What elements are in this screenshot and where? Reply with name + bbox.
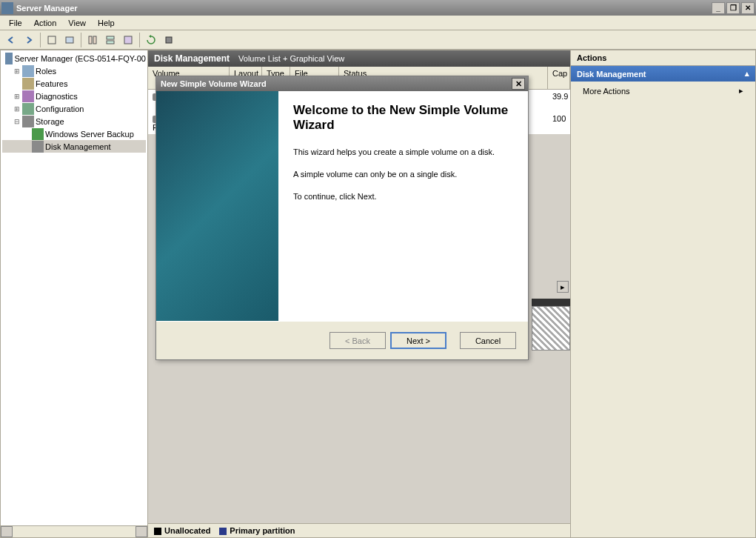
back-button[interactable] — [3, 32, 19, 48]
window-titlebar: Server Manager _ ❐ ✕ — [0, 0, 756, 16]
scroll-right-icon[interactable] — [136, 526, 147, 537]
legend: Unallocated Primary partition — [148, 523, 570, 537]
tree-diagnostics-label: Diagnostics — [36, 92, 78, 101]
svg-rect-3 — [93, 36, 96, 44]
tree-root[interactable]: Server Manager (ECS-0514-FQY-00 — [2, 52, 146, 64]
dm-header: Disk Management Volume List + Graphical … — [148, 50, 570, 67]
maximize-button[interactable]: ❐ — [726, 2, 740, 14]
window-title: Server Manager — [16, 4, 710, 13]
refresh-button[interactable] — [143, 32, 159, 48]
wizard-titlebar[interactable]: New Simple Volume Wizard ✕ — [156, 76, 528, 91]
tree-storage-label: Storage — [36, 117, 64, 126]
legend-unalloc: Unallocated — [164, 526, 210, 535]
tree-storage[interactable]: ⊟ Storage — [2, 115, 146, 127]
configuration-icon — [22, 103, 34, 115]
disk-graphical[interactable] — [532, 299, 570, 351]
svg-rect-2 — [89, 36, 92, 44]
toolbar-btn-5[interactable] — [120, 32, 136, 48]
actions-header: Actions — [571, 50, 755, 66]
expand-icon[interactable]: ⊞ — [13, 67, 21, 75]
tree-configuration-label: Configuration — [36, 104, 84, 113]
svg-rect-4 — [107, 36, 114, 39]
tree-roles[interactable]: ⊞ Roles — [2, 64, 146, 77]
col-cap[interactable]: Cap — [548, 67, 570, 89]
menu-view[interactable]: View — [62, 17, 92, 29]
legend-swatch-primary — [219, 528, 227, 535]
toolbar-btn-7[interactable] — [161, 32, 177, 48]
scroll-right-button[interactable]: ▸ — [557, 281, 569, 293]
menu-file[interactable]: File — [3, 17, 28, 29]
close-button[interactable]: ✕ — [741, 2, 755, 14]
menu-action[interactable]: Action — [28, 17, 63, 29]
dm-subtitle: Volume List + Graphical View — [238, 54, 344, 63]
dm-title: Disk Management — [154, 53, 230, 64]
wizard-heading: Welcome to the New Simple Volume Wizard — [293, 103, 513, 133]
wizard-title: New Simple Volume Wizard — [159, 79, 512, 88]
wizard-cancel-button[interactable]: Cancel — [460, 332, 516, 349]
wizard-footer: < Back Next > Cancel — [156, 321, 528, 359]
chevron-up-icon: ▴ — [745, 69, 749, 79]
diagnostics-icon — [22, 90, 34, 102]
backup-icon — [32, 128, 44, 140]
minimize-button[interactable]: _ — [712, 2, 725, 14]
tree-diskmgmt-label: Disk Management — [45, 142, 111, 151]
tree-features-label: Features — [36, 79, 67, 88]
wizard-p1: This wizard helps you create a simple vo… — [293, 147, 513, 156]
tree-features[interactable]: Features — [2, 77, 146, 90]
wizard-p3: To continue, click Next. — [293, 192, 513, 201]
features-icon — [22, 78, 34, 90]
action-more-label: More Actions — [583, 87, 630, 96]
toolbar-btn-2[interactable] — [61, 32, 78, 48]
tree-backup-label: Windows Server Backup — [45, 130, 134, 139]
forward-button[interactable] — [21, 32, 37, 48]
menu-bar: File Action View Help — [0, 16, 756, 30]
svg-rect-6 — [124, 36, 132, 44]
wizard-sidebar-image — [156, 91, 278, 321]
expand-icon[interactable]: ⊞ — [13, 105, 21, 113]
vol-cap: 100 — [548, 113, 570, 133]
wizard-p2: A simple volume can only be on a single … — [293, 170, 513, 179]
tree-diskmgmt[interactable]: Disk Management — [2, 140, 146, 153]
svg-rect-5 — [107, 41, 114, 44]
actions-pane: Actions Disk Management ▴ More Actions ▸ — [571, 50, 756, 538]
vol-cap: 39.9 — [548, 91, 570, 110]
actions-sub[interactable]: Disk Management ▴ — [571, 66, 755, 82]
tree-diagnostics[interactable]: ⊞ Diagnostics — [2, 90, 146, 102]
wizard-back-button: < Back — [330, 332, 386, 349]
actions-sub-label: Disk Management — [577, 70, 646, 79]
toolbar — [0, 30, 756, 50]
legend-primary: Primary partition — [230, 526, 295, 535]
storage-icon — [22, 116, 34, 127]
wizard-content: Welcome to the New Simple Volume Wizard … — [278, 91, 528, 321]
svg-rect-7 — [166, 37, 172, 43]
menu-help[interactable]: Help — [92, 17, 121, 29]
roles-icon — [22, 65, 34, 77]
expand-icon[interactable]: ⊞ — [13, 93, 21, 100]
tree-root-label: Server Manager (ECS-0514-FQY-00 — [14, 54, 146, 63]
tree-backup[interactable]: Windows Server Backup — [2, 127, 146, 140]
wizard-next-button[interactable]: Next > — [390, 332, 446, 349]
tree-hscroll[interactable] — [1, 525, 147, 537]
tree-configuration[interactable]: ⊞ Configuration — [2, 102, 146, 115]
toolbar-btn-1[interactable] — [44, 32, 60, 48]
chevron-right-icon: ▸ — [739, 86, 743, 96]
wizard-dialog: New Simple Volume Wizard ✕ Welcome to th… — [155, 76, 529, 360]
toolbar-btn-3[interactable] — [84, 32, 101, 48]
app-icon — [1, 2, 13, 14]
tree-roles-label: Roles — [36, 67, 56, 76]
svg-rect-0 — [48, 36, 56, 44]
server-icon — [5, 53, 13, 64]
tree-pane: Server Manager (ECS-0514-FQY-00 ⊞ Roles … — [0, 50, 148, 538]
diskmgmt-icon — [32, 141, 44, 153]
toolbar-btn-4[interactable] — [102, 32, 118, 48]
legend-swatch-unalloc — [154, 528, 161, 535]
svg-rect-1 — [66, 37, 73, 43]
scroll-left-icon[interactable] — [1, 526, 13, 537]
wizard-close-button[interactable]: ✕ — [512, 78, 525, 90]
collapse-icon[interactable]: ⊟ — [13, 118, 21, 125]
action-more[interactable]: More Actions ▸ — [571, 82, 755, 100]
